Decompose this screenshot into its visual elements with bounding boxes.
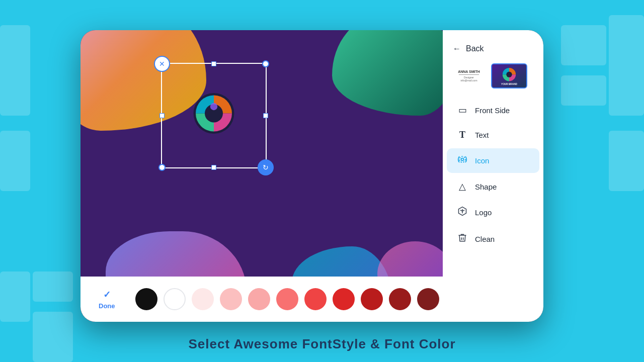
bg-rect-8 — [561, 25, 606, 65]
handle-mid-left[interactable] — [159, 113, 165, 118]
panel-item-icon[interactable]: Icon — [447, 148, 539, 173]
front-side-label: Front Side — [475, 106, 510, 115]
color-dark-red-3[interactable] — [417, 288, 439, 310]
back-button[interactable]: ← Back — [443, 40, 543, 61]
back-arrow-icon: ← — [453, 44, 461, 53]
right-panel: ← Back ANNA SMITH Designer info@mail.com — [443, 30, 543, 322]
color-red-orange[interactable] — [304, 288, 327, 310]
done-label: Done — [99, 302, 115, 310]
color-dark-red-1[interactable] — [361, 288, 383, 310]
color-soft-pink[interactable] — [248, 288, 270, 310]
text-icon: T — [457, 130, 468, 140]
bg-rect-2 — [0, 131, 30, 191]
blob-2 — [332, 30, 443, 116]
selection-box[interactable]: ✕ ↻ — [161, 63, 267, 168]
template-thumb-white[interactable]: ANNA SMITH Designer info@mail.com — [451, 63, 487, 88]
panel-item-text[interactable]: T Text — [447, 124, 539, 146]
logo-label: Logo — [475, 208, 492, 217]
done-button[interactable]: ✓ Done — [91, 285, 123, 314]
shape-icon: △ — [457, 181, 468, 192]
bottom-caption: Select Awesome FontStyle & Font Color — [0, 336, 644, 352]
text-label: Text — [475, 131, 489, 139]
panel-item-front-side[interactable]: ▭ Front Side — [447, 99, 539, 122]
panel-item-shape[interactable]: △ Shape — [447, 175, 539, 198]
bg-rect-4 — [33, 272, 73, 302]
color-light-pink-2[interactable] — [220, 288, 242, 310]
svg-point-2 — [210, 103, 217, 110]
bottom-toolbar: ✓ Done — [80, 277, 443, 322]
clean-icon — [457, 233, 468, 245]
icon-icon — [457, 154, 468, 167]
rotate-button[interactable]: ↻ — [258, 159, 274, 175]
icon-label: Icon — [475, 156, 489, 165]
front-side-icon: ▭ — [457, 105, 468, 116]
handle-mid-bottom[interactable] — [211, 165, 216, 170]
svg-point-8 — [459, 156, 465, 162]
svg-point-7 — [461, 158, 464, 161]
color-light-pink-1[interactable] — [192, 288, 214, 310]
bg-rect-1 — [0, 25, 30, 116]
handle-bottom-left[interactable] — [158, 164, 166, 171]
check-icon: ✓ — [103, 289, 111, 300]
bg-rect-9 — [561, 75, 606, 106]
delete-button[interactable]: ✕ — [154, 56, 170, 72]
color-dark-red-2[interactable] — [389, 288, 411, 310]
color-salmon[interactable] — [276, 288, 298, 310]
color-black[interactable] — [135, 288, 157, 310]
panel-item-logo[interactable]: Logo — [447, 200, 539, 225]
device-frame: YOUR BRAND ✕ ↻ — [80, 30, 543, 322]
handle-mid-right[interactable] — [263, 113, 268, 118]
color-white[interactable] — [164, 288, 186, 310]
template-thumb-dark[interactable]: YOUR BRAND — [491, 63, 527, 88]
clean-label: Clean — [475, 235, 495, 243]
logo-panel-icon — [457, 206, 468, 219]
panel-item-clean[interactable]: Clean — [447, 227, 539, 251]
handle-top-right[interactable] — [262, 60, 269, 67]
bg-rect-3 — [0, 272, 30, 322]
bg-rect-6 — [609, 15, 644, 116]
svg-point-5 — [506, 72, 512, 77]
handle-mid-top[interactable] — [211, 61, 216, 66]
logo-icon — [191, 91, 236, 136]
svg-text:YOUR BRAND: YOUR BRAND — [501, 83, 518, 85]
bg-rect-7 — [609, 131, 644, 191]
color-red[interactable] — [333, 288, 355, 310]
shape-label: Shape — [475, 183, 497, 191]
back-label: Back — [466, 44, 484, 53]
canvas-area[interactable]: YOUR BRAND ✕ ↻ — [80, 30, 443, 322]
template-previews: ANNA SMITH Designer info@mail.com — [443, 63, 543, 97]
